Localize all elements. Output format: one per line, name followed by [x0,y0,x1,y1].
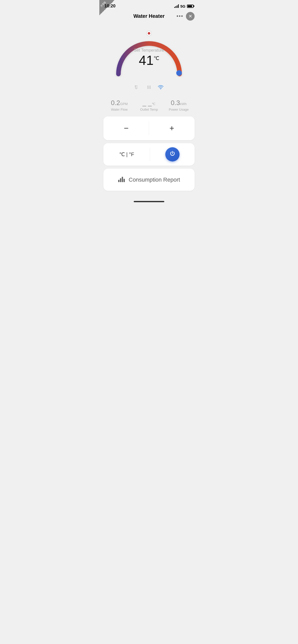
svg-point-4 [137,87,137,88]
gauge-number: 41 [139,53,154,68]
unit-toggle-label: ℃ | °F [119,151,134,157]
stat-outlet-temp-label: Outlet Temp [134,108,164,111]
svg-point-8 [160,89,161,90]
home-indicator [99,196,199,205]
status-time: 10:20 [104,4,115,9]
heat-icon [146,84,152,92]
wifi-icon [157,84,164,92]
stat-water-flow-num: 0.2 [111,99,120,107]
signal-bar-4 [178,4,179,8]
signal-bar-1 [174,7,175,8]
stat-water-flow-unit: GPM [120,102,128,106]
close-button[interactable]: ✕ [186,12,195,21]
report-label: Consumption Report [129,177,180,183]
gauge-unit: ℃ [154,55,159,61]
decrease-icon: − [124,124,129,133]
gauge-end-cap [176,70,182,76]
power-button[interactable] [165,147,180,162]
svg-point-7 [137,88,137,89]
gauge-value: 41℃ [134,54,164,67]
stats-row: 0.2GPM Water Flow _ _℃ Outlet Temp 0.3kW… [99,95,199,116]
close-icon: ✕ [188,14,192,19]
stat-outlet-temp-unit: ℃ [152,102,156,106]
home-bar [134,201,164,202]
stat-power-usage: 0.3kWh Power Usage [164,99,194,111]
page-title: Water Heater [133,13,165,19]
svg-point-5 [135,88,136,89]
stat-power-usage-unit: kWh [180,102,187,106]
temperature-gauge[interactable]: Set Temperature 41℃ [111,26,187,82]
svg-rect-1 [135,85,136,87]
consumption-report-card[interactable]: Consumption Report [103,169,195,191]
stat-power-usage-value: 0.3kWh [164,99,194,107]
signal-bar-3 [177,5,178,8]
svg-rect-10 [120,178,121,182]
increase-icon: + [169,124,174,133]
power-icon [169,151,175,158]
status-bar: 10:20 5G [99,0,199,11]
unit-toggle-button[interactable]: ℃ | °F [103,143,150,166]
battery-icon [187,5,194,8]
more-menu-button[interactable]: ••• [177,13,183,19]
signal-bar-2 [175,6,176,8]
stat-outlet-temp-value: _ _℃ [134,99,164,107]
temp-control-card: − + [103,116,195,140]
network-label: 5G [180,4,185,8]
increase-temp-button[interactable]: + [149,116,195,140]
power-btn-wrapper [150,143,195,166]
svg-point-3 [136,88,137,88]
unit-power-card: ℃ | °F [103,143,195,166]
svg-rect-9 [118,180,119,182]
shower-icon [134,84,141,92]
stat-power-usage-label: Power Usage [164,108,194,111]
report-chart-icon [118,175,126,184]
decrease-temp-button[interactable]: − [103,116,149,140]
gauge-knob-inner [148,32,150,35]
stat-outlet-temp-num: _ _ [142,99,152,107]
header: Water Heater ••• ✕ [99,11,199,23]
controls-area: − + ℃ | °F [99,116,199,191]
stat-power-usage-num: 0.3 [171,99,180,107]
stat-water-flow: 0.2GPM Water Flow [104,99,134,111]
svg-rect-12 [124,179,125,182]
stat-outlet-temp: _ _℃ Outlet Temp [134,99,164,111]
svg-rect-11 [122,177,123,182]
svg-point-6 [136,89,137,89]
stat-water-flow-value: 0.2GPM [104,99,134,107]
battery-fill [188,5,192,7]
gauge-center: Set Temperature 41℃ [134,48,164,67]
gauge-status-icons [99,84,199,95]
stat-water-flow-label: Water Flow [104,108,134,111]
temperature-gauge-section: Set Temperature 41℃ [99,23,199,82]
status-right: 5G [174,4,194,8]
gauge-label: Set Temperature [134,48,164,53]
svg-point-2 [135,87,136,88]
signal-bars [174,4,179,8]
